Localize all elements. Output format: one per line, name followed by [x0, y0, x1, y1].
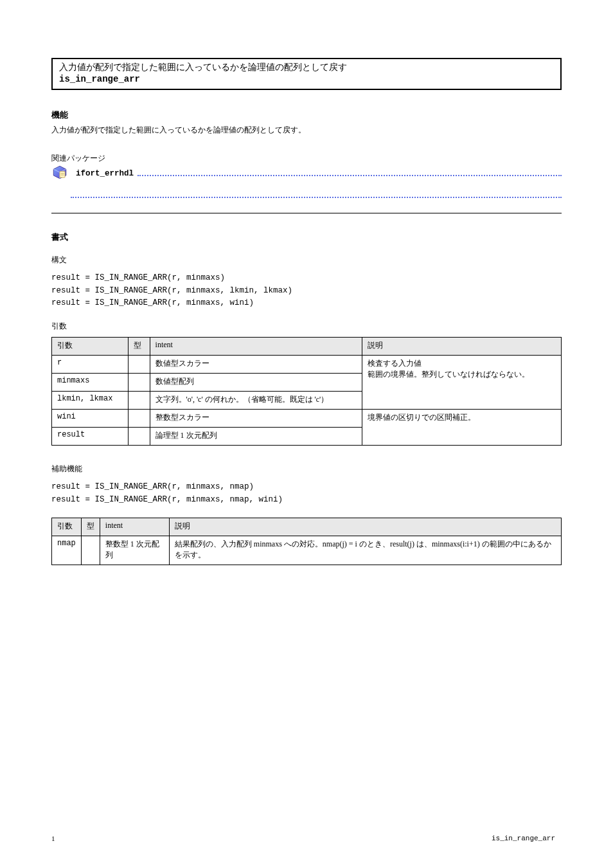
syntax-line: result = IS_IN_RANGE_ARR(r, minmaxs, win… — [51, 297, 562, 309]
arg-name: nmap — [52, 536, 82, 565]
syntax-line: result = IS_IN_RANGE_ARR(r, minmaxs, nma… — [51, 481, 562, 493]
syntax-line: result = IS_IN_RANGE_ARR(r, minmaxs, lkm… — [51, 285, 562, 297]
arg-name: minmaxs — [52, 374, 129, 392]
section-heading-function: 機能 — [51, 109, 562, 121]
subsection-arguments: 引数 — [51, 321, 562, 332]
arg-intent: 文字列。'o', 'c' の何れか。（省略可能。既定は 'c'） — [150, 392, 362, 410]
arg-type — [129, 392, 150, 410]
section-divider — [51, 213, 562, 213]
arg-name: wini — [52, 410, 129, 428]
related-packages-heading: 関連パッケージ — [51, 153, 562, 164]
aux-arguments-table: 引数 型 intent 説明 nmap 整数型 1 次元配列 結果配列の、入力配… — [51, 518, 562, 565]
col-arg: 引数 — [52, 518, 82, 536]
syntax-line: result = IS_IN_RANGE_ARR(r, minmaxs) — [51, 272, 562, 284]
title-function-name: is_in_range_arr — [59, 73, 554, 85]
subsection-syntax: 構文 — [51, 255, 562, 266]
arg-desc: 結果配列の、入力配列 minmaxs への対応。nmap(j) = i のとき、… — [169, 536, 561, 565]
syntax-line: result = IS_IN_RANGE_ARR(r, minmaxs, nma… — [51, 494, 562, 506]
table-header-row: 引数 型 intent 説明 — [52, 518, 562, 536]
col-desc: 説明 — [362, 338, 561, 356]
related-package-name: ifort_errhdl — [72, 169, 134, 178]
col-intent: intent — [150, 338, 362, 356]
arg-name: r — [52, 356, 129, 374]
page-footer: 1 is_in_range_arr — [0, 835, 613, 842]
section-heading-syntax: 書式 — [51, 231, 562, 243]
arg-intent: 論理型 1 次元配列 — [150, 428, 362, 446]
col-arg: 引数 — [52, 338, 129, 356]
arg-name: lkmin, lkmax — [52, 392, 129, 410]
arg-type — [129, 428, 150, 446]
arg-intent: 数値型配列 — [150, 374, 362, 392]
svg-rect-0 — [60, 172, 65, 178]
table-row: wini 整数型スカラー 境界値の区切りでの区間補正。 — [52, 410, 562, 428]
arg-desc: 検査する入力値 範囲の境界値。整列していなければならない。 — [362, 356, 561, 410]
arg-name: result — [52, 428, 129, 446]
title-description: 入力値が配列で指定した範囲に入っているかを論理値の配列として戻す — [59, 62, 554, 73]
arg-desc: 境界値の区切りでの区間補正。 — [362, 410, 561, 446]
arg-intent: 数値型スカラー — [150, 356, 362, 374]
table-header-row: 引数 型 intent 説明 — [52, 338, 562, 356]
table-row: r 数値型スカラー 検査する入力値 範囲の境界値。整列していなければならない。 — [52, 356, 562, 374]
title-box: 入力値が配列で指定した範囲に入っているかを論理値の配列として戻す is_in_r… — [51, 58, 562, 90]
function-description: 入力値が配列で指定した範囲に入っているかを論理値の配列として戻す。 — [51, 125, 562, 136]
related-package-item: ifort_errhdl — [51, 164, 562, 183]
subsection-aux: 補助機能 — [51, 464, 562, 475]
table-row: nmap 整数型 1 次元配列 結果配列の、入力配列 minmaxs への対応。… — [52, 536, 562, 565]
package-icon — [51, 164, 68, 183]
col-type: 型 — [129, 338, 150, 356]
arg-type — [81, 536, 100, 565]
col-intent: intent — [100, 518, 169, 536]
footer-function-name: is_in_range_arr — [492, 835, 555, 842]
aux-syntax-block: result = IS_IN_RANGE_ARR(r, minmaxs, nma… — [51, 481, 562, 506]
leader-line — [51, 195, 562, 196]
arg-intent: 整数型スカラー — [150, 410, 362, 428]
arg-intent: 整数型 1 次元配列 — [100, 536, 169, 565]
leader-dots — [71, 197, 562, 198]
col-desc: 説明 — [169, 518, 561, 536]
page-number: 1 — [51, 835, 55, 842]
leader-dots — [138, 175, 562, 176]
syntax-block: result = IS_IN_RANGE_ARR(r, minmaxs) res… — [51, 272, 562, 309]
arg-type — [129, 410, 150, 428]
arg-type — [129, 356, 150, 374]
arguments-table: 引数 型 intent 説明 r 数値型スカラー 検査する入力値 範囲の境界値。… — [51, 337, 562, 446]
col-type: 型 — [81, 518, 100, 536]
arg-type — [129, 374, 150, 392]
